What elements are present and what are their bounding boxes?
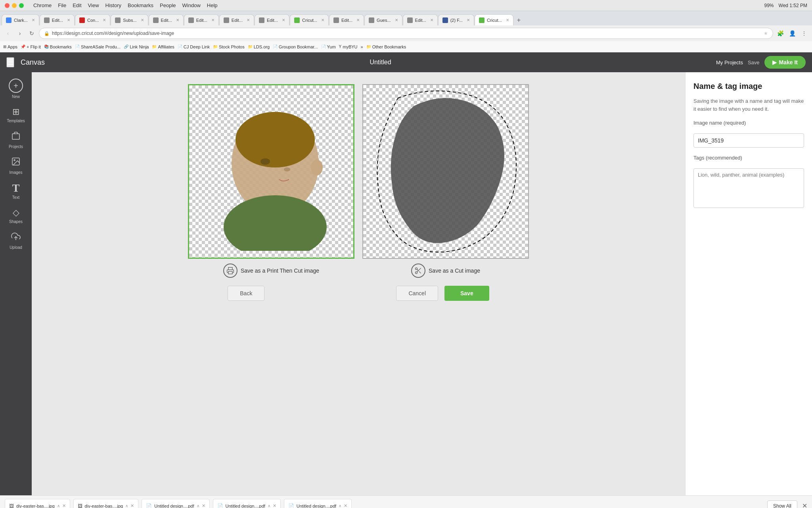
download-item-3[interactable]: 📄 Untitled design....pdf ∧ ✕: [213, 499, 281, 508]
bookmark-more[interactable]: »: [361, 44, 363, 49]
bookmark-affiliates[interactable]: 📁 Affiliates: [152, 44, 174, 49]
cut-image-button[interactable]: Save as a Cut image: [411, 264, 480, 278]
tab-close-icon[interactable]: ✕: [247, 18, 250, 22]
sidebar-item-text[interactable]: T Text: [2, 179, 30, 203]
browser-tab-8[interactable]: Cricut... ✕: [290, 14, 329, 25]
tab-close-icon[interactable]: ✕: [506, 18, 509, 22]
browser-tab-0[interactable]: Clark... ✕: [2, 14, 39, 25]
back-dialog-button[interactable]: Back: [228, 286, 264, 301]
profile-button[interactable]: 👤: [787, 29, 797, 38]
download-close-icon[interactable]: ✕: [273, 503, 276, 508]
bookmark-bookmarks[interactable]: 📚 Bookmarks: [44, 44, 72, 49]
bookmark-apps[interactable]: ⊞ Apps: [3, 44, 17, 49]
minimize-window-button[interactable]: [12, 3, 17, 8]
fullscreen-window-button[interactable]: [19, 3, 24, 8]
bookmark-linkninja[interactable]: 🔗 Link Ninja: [124, 44, 149, 49]
tab-close-icon[interactable]: ✕: [211, 18, 214, 22]
browser-tab-4[interactable]: Edit... ✕: [149, 14, 184, 25]
sidebar-item-images[interactable]: Images: [2, 154, 30, 178]
download-item-2[interactable]: 📄 Untitled design....pdf ∧ ✕: [142, 499, 209, 508]
hamburger-menu-button[interactable]: ☰: [6, 57, 14, 67]
download-chevron-icon[interactable]: ∧: [268, 504, 270, 508]
download-close-icon[interactable]: ✕: [130, 503, 134, 508]
cut-image-preview[interactable]: [362, 84, 529, 259]
back-button[interactable]: ‹: [3, 29, 13, 38]
make-it-button[interactable]: ▶ Make It: [764, 56, 806, 69]
download-item-4[interactable]: 📄 Untitled design....pdf ∧ ✕: [284, 499, 352, 508]
bookmark-groupon[interactable]: 📄 Groupon Bookmar...: [273, 44, 318, 49]
download-item-1[interactable]: 🖼 diy-easter-bas....jpg ∧ ✕: [73, 499, 139, 508]
tab-close-icon[interactable]: ✕: [141, 18, 144, 22]
bookmark-lds[interactable]: 📁 LDS.org: [248, 44, 270, 49]
menu-history[interactable]: History: [105, 2, 121, 8]
bookmark-flipit[interactable]: 📌 + Flip it: [21, 44, 41, 49]
image-name-input[interactable]: [693, 133, 804, 148]
menu-help[interactable]: Help: [207, 2, 218, 8]
tab-close-icon[interactable]: ✕: [32, 18, 35, 22]
menu-view[interactable]: View: [88, 2, 99, 8]
browser-tab-2[interactable]: Con... ✕: [75, 14, 110, 25]
tab-close-icon[interactable]: ✕: [430, 18, 433, 22]
cancel-dialog-button[interactable]: Cancel: [396, 286, 438, 301]
refresh-button[interactable]: ↻: [27, 29, 36, 38]
browser-tab-5[interactable]: Edit... ✕: [184, 14, 219, 25]
bookmark-stockphotos[interactable]: 📁 Stock Photos: [213, 44, 245, 49]
menu-people[interactable]: People: [160, 2, 176, 8]
menu-bookmarks[interactable]: Bookmarks: [128, 2, 153, 8]
tags-input[interactable]: [693, 168, 804, 208]
browser-tab-active[interactable]: Cricut... ✕: [475, 14, 513, 25]
bookmark-star-icon[interactable]: ★: [764, 31, 768, 36]
download-chevron-icon[interactable]: ∧: [339, 504, 341, 508]
download-bar-close-button[interactable]: ✕: [802, 502, 807, 508]
tab-close-icon[interactable]: ✕: [395, 18, 398, 22]
bookmark-yum[interactable]: 📄 Yum: [321, 44, 336, 49]
browser-tab-9[interactable]: Edit... ✕: [329, 14, 364, 25]
extensions-button[interactable]: 🧩: [776, 29, 785, 38]
print-then-cut-preview[interactable]: [188, 84, 354, 259]
browser-tab-6[interactable]: Edit... ✕: [219, 14, 254, 25]
browser-tab-10[interactable]: Gues... ✕: [364, 14, 402, 25]
sidebar-item-shapes[interactable]: ◇ Shapes: [2, 204, 30, 227]
menu-button[interactable]: ⋮: [799, 29, 809, 38]
bookmark-cj[interactable]: 📄 CJ Deep Link: [178, 44, 210, 49]
close-window-button[interactable]: [5, 3, 10, 8]
address-bar[interactable]: 🔒 https://design.cricut.com/#/design/new…: [39, 28, 773, 39]
download-close-icon[interactable]: ✕: [62, 503, 66, 508]
bookmark-other[interactable]: 📁 Other Bookmarks: [366, 44, 406, 49]
menu-chrome[interactable]: Chrome: [33, 2, 52, 8]
menu-file[interactable]: File: [58, 2, 66, 8]
menu-window[interactable]: Window: [182, 2, 201, 8]
my-projects-button[interactable]: My Projects: [716, 60, 743, 65]
download-close-icon[interactable]: ✕: [344, 503, 347, 508]
download-chevron-icon[interactable]: ∧: [197, 504, 199, 508]
download-chevron-icon[interactable]: ∧: [125, 504, 128, 508]
header-save-button[interactable]: Save: [748, 60, 760, 65]
show-all-button[interactable]: Show All: [767, 500, 797, 508]
bookmark-mybyu[interactable]: Y myBYU: [339, 44, 358, 49]
browser-tab-1[interactable]: Edit... ✕: [40, 14, 75, 25]
tab-close-icon[interactable]: ✕: [467, 18, 470, 22]
menu-edit[interactable]: Edit: [73, 2, 81, 8]
download-close-icon[interactable]: ✕: [202, 503, 205, 508]
tab-close-icon[interactable]: ✕: [67, 18, 70, 22]
tab-close-icon[interactable]: ✕: [282, 18, 285, 22]
sidebar-item-new[interactable]: + New: [2, 75, 30, 102]
save-dialog-button[interactable]: Save: [444, 286, 489, 301]
bookmark-shareasale[interactable]: 📄 ShareASale Produ...: [75, 44, 121, 49]
sidebar-item-templates[interactable]: ⊞ Templates: [2, 104, 30, 126]
tab-close-icon[interactable]: ✕: [321, 18, 324, 22]
browser-tab-12[interactable]: (2) F... ✕: [438, 14, 474, 25]
forward-button[interactable]: ›: [15, 29, 25, 38]
download-chevron-icon[interactable]: ∧: [57, 504, 60, 508]
tab-close-icon[interactable]: ✕: [356, 18, 360, 22]
sidebar-item-projects[interactable]: Projects: [2, 128, 30, 152]
download-item-0[interactable]: 🖼 diy-easter-bas....jpg ∧ ✕: [5, 499, 70, 508]
new-tab-button[interactable]: +: [514, 15, 524, 25]
print-then-cut-button[interactable]: Save as a Print Then Cut image: [223, 264, 319, 278]
browser-tab-3[interactable]: Subs... ✕: [111, 14, 148, 25]
browser-tab-11[interactable]: Edit... ✕: [403, 14, 438, 25]
browser-tab-7[interactable]: Edit... ✕: [255, 14, 289, 25]
tab-close-icon[interactable]: ✕: [103, 18, 106, 22]
tab-close-icon[interactable]: ✕: [176, 18, 179, 22]
sidebar-item-upload[interactable]: Upload: [2, 229, 30, 253]
